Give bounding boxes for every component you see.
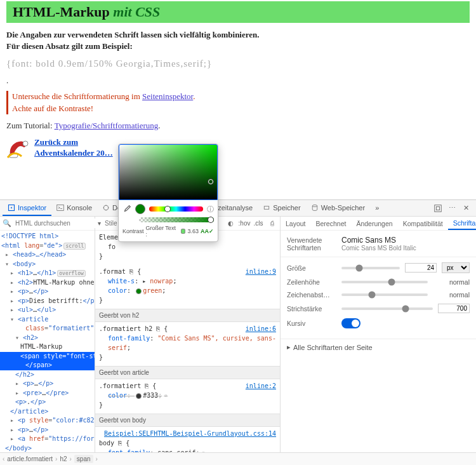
svg-point-4 <box>103 205 109 210</box>
dom-tree[interactable]: <!DOCTYPE html> <html lang="de">scroll ▸… <box>0 231 95 452</box>
dom-node: ▸ <head>…</head> <box>0 250 95 260</box>
dom-node: ▸ <p>…</p> <box>0 287 95 297</box>
filter-icon: ▾ <box>98 220 101 227</box>
letterspacing-value: normal <box>433 291 470 299</box>
link-tutorial[interactable]: Typografie/Schriftformatierung <box>55 121 159 130</box>
sidebar-tab-layout[interactable]: Layout <box>281 217 311 230</box>
search-icon: 🔍 <box>3 219 11 227</box>
svg-rect-3 <box>57 205 64 210</box>
page-title: HTML-Markup mit CSS <box>13 4 160 20</box>
rule-source-link[interactable]: inline:2 <box>246 381 276 391</box>
chevron-right-icon[interactable]: › <box>96 455 98 462</box>
dom-node: HTML-Markup <box>0 342 95 352</box>
tab-console[interactable]: Konsole <box>51 200 97 216</box>
crumb[interactable]: article.formatiert <box>7 455 53 462</box>
link-adventskalender[interactable]: Zurück zumAdventskalender 20… <box>34 137 113 159</box>
lineheight-value: normal <box>433 278 470 286</box>
crumb-current[interactable]: span <box>74 455 93 463</box>
page-heading-banner: HTML-Markup mit CSS <box>6 1 470 23</box>
devtools-panel: Inspektor Konsole Deb lbearbeitung Laufz… <box>0 199 476 465</box>
class-icon[interactable]: .cls <box>253 219 263 229</box>
color-picker-popup[interactable]: ⓘ Kontrast Großer Text : 3.63 AA✓ <box>118 144 218 242</box>
crumb[interactable]: h2 <box>60 455 67 462</box>
tab-storage[interactable]: Web-Speicher <box>306 200 371 216</box>
used-fonts-label: Verwendete Schriftarten <box>287 236 336 252</box>
size-unit-select[interactable]: px <box>442 262 470 273</box>
sidebar-tab-compat[interactable]: Kompatibilität <box>398 217 448 230</box>
lineheight-slider[interactable] <box>341 281 428 283</box>
tab-overflow[interactable]: » <box>370 200 384 216</box>
alpha-slider[interactable] <box>139 217 214 222</box>
rule-source-link[interactable]: Beispiel:SELFHTML-Beispiel-Grundlayout.c… <box>104 429 276 438</box>
callout-block: Untersuche die Schriftformatierung im Se… <box>6 91 470 114</box>
css-rule[interactable]: inline:6.formatiert h2 ⎘ {font-family: "… <box>95 322 280 366</box>
tab-memory[interactable]: Speicher <box>258 200 305 216</box>
code-example: {font: bold 0.9em/150% Georgia,Times,ser… <box>6 58 470 69</box>
close-icon[interactable]: ✕ <box>461 203 471 213</box>
inherited-from-header: Geerbt von h2 <box>95 309 280 322</box>
sidebar-tab-fonts[interactable]: Schriftarten ▾ <box>448 217 476 230</box>
svg-rect-8 <box>436 206 439 210</box>
dom-node: ▾ <body> <box>0 260 95 269</box>
breadcrumb-bar[interactable]: ‹ article.formatiert› h2› span › <box>0 452 476 465</box>
sidebar-tab-computed[interactable]: Berechnet <box>311 217 352 230</box>
info-icon[interactable]: ⓘ <box>207 205 214 214</box>
dom-node: <!DOCTYPE html> <box>0 232 95 241</box>
inherited-from-header: Geerbt von article <box>95 366 280 379</box>
dom-node: ▸ <pre>…</pre> <box>0 389 95 398</box>
dom-node: </article> <box>0 407 95 417</box>
svg-rect-7 <box>435 205 442 212</box>
hover-icon[interactable]: :hov <box>239 219 249 229</box>
svg-point-0 <box>23 141 28 146</box>
css-rule[interactable]: inline:9.format ⎘ {white-s: ▸ nowrap;col… <box>95 265 280 309</box>
rule-source-link[interactable]: inline:9 <box>246 267 276 276</box>
size-input[interactable] <box>405 263 437 273</box>
sidebar-tab-changes[interactable]: Änderungen <box>351 217 397 230</box>
weight-label: Strichstärke <box>287 305 336 313</box>
dom-node: <html lang="de">scroll <box>0 241 95 251</box>
dom-node: ▾ <articleclass="formatiert"> <box>0 315 95 334</box>
chevron-left-icon[interactable]: ‹ <box>3 455 4 462</box>
hue-slider[interactable] <box>149 206 203 212</box>
contrast-info: Kontrast Großer Text : 3.63 AA✓ <box>119 222 218 238</box>
size-slider[interactable] <box>341 267 400 269</box>
letterspacing-label: Zeichenabst… <box>287 291 336 299</box>
weight-input[interactable] <box>438 304 470 313</box>
eyedropper-icon[interactable] <box>122 205 131 213</box>
italic-toggle[interactable] <box>341 318 360 328</box>
dom-node: ▸ <h1>…</h1>overflow <box>0 269 95 278</box>
saturation-field[interactable] <box>119 144 218 200</box>
dom-node: <p>.</p> <box>0 398 95 407</box>
styles-rules-list[interactable]: Element ⎘ {fo}inline:9.format ⎘ {white-s… <box>95 231 280 452</box>
all-fonts-expander[interactable]: ▸ Alle Schriftarten der Seite <box>281 339 476 355</box>
dom-node: </h2> <box>0 370 95 380</box>
page-title-emphasis: mit CSS <box>113 4 160 20</box>
dom-search-input[interactable] <box>14 219 97 228</box>
dom-node: ▸ <ul>…</ul> <box>0 306 95 315</box>
link-seiteninspektor[interactable]: Seiteninspektor <box>142 91 193 101</box>
dom-node: ▸ <p>…</p> <box>0 379 95 389</box>
svg-point-6 <box>312 205 317 206</box>
font-family-name: Comic Sans MS <box>341 236 470 245</box>
light-dark-icon[interactable]: ◐ <box>225 219 235 229</box>
lineheight-label: Zeilenhöhe <box>287 278 336 286</box>
dom-node: ▾ <h2> <box>0 334 95 343</box>
css-rule[interactable]: Beispiel:SELFHTML-Beispiel-Grundlayout.c… <box>95 427 280 452</box>
santa-hat-icon <box>6 137 29 160</box>
dom-node-selected: <span style="font-style: italic;">mit CS… <box>0 352 95 370</box>
dom-node: ▸ <p>Dies betrifft:</p> <box>0 297 95 306</box>
tab-inspector[interactable]: Inspektor <box>3 200 51 216</box>
italic-label: Kursiv <box>287 320 336 327</box>
iframe-picker-icon[interactable] <box>433 203 443 213</box>
letterspacing-slider[interactable] <box>341 293 428 296</box>
dom-node: ▸ <p style="color:#c82f04; border-left: … <box>0 416 95 426</box>
dom-node: ▸ <h2>HTML-Markup ohne CSS</h2>overflow <box>0 278 95 288</box>
dom-node: ▸ <a href="https://forum.selfhtml.org/ad… <box>0 435 95 444</box>
css-rule[interactable]: inline:2.formatiert ⎘ {color: #333;▿} <box>95 379 280 414</box>
weight-slider[interactable] <box>341 307 433 310</box>
tutorial-line: Zum Tutorial: Typografie/Schriftformatie… <box>6 121 470 131</box>
print-icon[interactable]: ⎙ <box>267 219 277 229</box>
rule-source-link[interactable]: inline:6 <box>246 324 276 334</box>
size-label: Größe <box>287 264 336 272</box>
more-icon[interactable]: ⋯ <box>447 203 457 213</box>
